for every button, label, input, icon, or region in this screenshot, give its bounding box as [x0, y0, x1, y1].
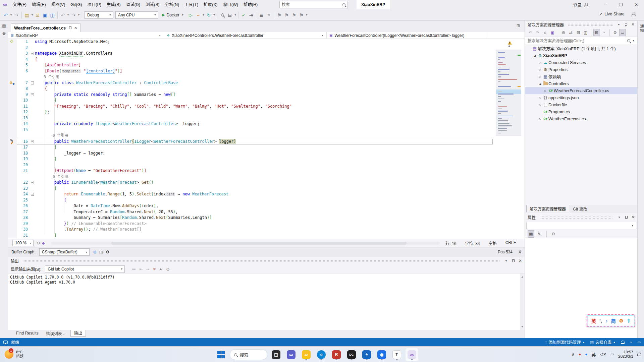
start-debugging-button[interactable]: ▶Docker▼ — [160, 11, 186, 19]
close-pane-icon[interactable]: ✕ — [631, 22, 635, 27]
new-project-icon[interactable]: ▤ — [23, 11, 31, 19]
add-to-source-control-button[interactable]: ↑ 添加到源代码管理 ▲ — [545, 339, 585, 345]
code-line[interactable]: 9– private static readonly string[] Summ… — [8, 92, 493, 98]
categorized-view-icon[interactable]: ▦ — [528, 230, 534, 238]
tray-app-icon[interactable]: ● — [585, 352, 587, 357]
home-icon[interactable]: ⌂ — [542, 29, 548, 36]
code-line[interactable]: 5 [ApiController] — [8, 62, 493, 68]
log-level-icon[interactable]: ≔ — [132, 267, 136, 272]
app-bolt-icon[interactable]: ϟ — [360, 348, 373, 361]
tray-app-icon[interactable]: ● — [579, 352, 581, 357]
solution-search-box[interactable]: ▼ — [525, 37, 637, 45]
notifications-tab[interactable]: 通知 — [639, 24, 644, 33]
code-line[interactable]: 15 — [8, 127, 493, 133]
open-file-icon[interactable]: ⊡ — [34, 11, 41, 19]
menu-视图(V)[interactable]: 视图(V) — [49, 0, 68, 9]
pin-pane-icon[interactable] — [624, 23, 627, 26]
pending-changes-filter-icon[interactable]: ⊙ — [560, 29, 567, 36]
menu-文件(F)[interactable]: 文件(F) — [10, 0, 29, 9]
maximize-button[interactable]: ❏ — [613, 0, 629, 9]
network-icon[interactable]: ▭ — [610, 352, 614, 357]
solution-search-input[interactable] — [528, 39, 625, 43]
buffer-graph-close-icon[interactable]: X — [519, 250, 521, 254]
code-line[interactable]: 30 .ToArray(); // WeatherForecast[] — [8, 227, 493, 233]
find-in-files-icon[interactable] — [219, 11, 226, 19]
menu-扩展(X)[interactable]: 扩展(X) — [201, 0, 220, 9]
word-wrap-icon[interactable]: ↵ — [160, 267, 163, 272]
start-without-debugging-icon[interactable]: ▷ — [187, 11, 194, 19]
edge-icon[interactable]: e — [315, 348, 328, 361]
collapsed-icon[interactable]: ▷ — [538, 75, 542, 78]
collapse-icon[interactable]: – — [31, 52, 34, 55]
minimize-button[interactable]: ─ — [598, 0, 613, 9]
code-line[interactable]: 26 Date = DateTime.Now.AddDays(index), — [8, 203, 493, 209]
codelens-references[interactable]: 0 个引用 — [8, 133, 493, 139]
document-tab[interactable]: WeatherFore...ontroller.cs ✕ — [11, 23, 80, 32]
chevron-down-icon[interactable]: ▼ — [77, 11, 80, 19]
switch-views-icon[interactable]: ▣ — [549, 29, 556, 36]
wrench-icon[interactable]: ⚙ — [612, 29, 619, 36]
code-line[interactable]: 20 — [8, 162, 493, 168]
navigate-to-icon[interactable]: ⇥ — [247, 11, 255, 19]
chat-icon[interactable]: ▭ — [285, 348, 298, 361]
menu-分析(N)[interactable]: 分析(N) — [162, 0, 182, 9]
notifications-bell-icon[interactable] — [621, 341, 625, 344]
ime-item[interactable]: ’, — [599, 318, 602, 323]
sync-with-active-document-icon[interactable]: ⇄ — [568, 29, 574, 36]
timestamp-icon[interactable]: ⊙ — [166, 267, 170, 272]
next-message-icon[interactable]: ⇥ — [146, 267, 149, 272]
ime-item[interactable]: ⚙ — [619, 318, 624, 323]
expanded-icon[interactable]: ◢ — [532, 54, 537, 57]
tree-item-依赖项[interactable]: ▷▦依赖项 — [525, 73, 637, 80]
app-remote-icon[interactable]: R — [330, 348, 343, 361]
code-line[interactable]: 12 }; — [8, 109, 493, 115]
code-line[interactable]: 22– public IEnumerable<WeatherForecast> … — [8, 180, 493, 186]
collapse-icon[interactable]: – — [31, 181, 34, 184]
window-position-icon[interactable]: ▼ — [618, 216, 621, 219]
buffer-select[interactable]: CSharp (TextBuffer)▼ — [39, 248, 90, 256]
code-line[interactable]: 19 } — [8, 156, 493, 162]
show-desktop-button[interactable] — [643, 349, 644, 359]
collapse-all-icon[interactable]: ⊟ — [575, 29, 582, 36]
show-all-files-icon[interactable]: ⊞ — [593, 29, 600, 36]
lightning-icon[interactable]: ⌁ — [630, 340, 632, 344]
app-t-icon[interactable]: T — [390, 348, 403, 361]
bottom-tab-错误列表 ...[interactable]: 错误列表 ... — [43, 330, 70, 337]
tab-strip-options-icon[interactable]: ⊞ — [517, 23, 520, 28]
minimap-caret-icon[interactable]: ▲ — [508, 44, 511, 47]
line-outdent-icon[interactable]: ≡ — [265, 11, 272, 19]
code-line[interactable]: 10 { — [8, 98, 493, 104]
chevron-down-icon[interactable]: ▼ — [66, 11, 70, 19]
screen-share-icon[interactable]: ▭ — [638, 340, 641, 344]
platform-select[interactable]: Any CPU▼ — [115, 11, 158, 19]
code-line[interactable]: 25 { — [8, 197, 493, 203]
pane-grip[interactable] — [23, 260, 500, 262]
bottom-tab-输出[interactable]: 输出 — [70, 330, 86, 337]
preview-selected-icon[interactable]: ▭ — [619, 29, 626, 36]
code-line[interactable]: 27 TemperatureC = Random.Shared.Next(-20… — [8, 209, 493, 215]
close-pane-icon[interactable]: ✕ — [632, 215, 635, 220]
tree-item-Connected Services[interactable]: ▷☁Connected Services — [525, 59, 637, 66]
bookmark-prev-icon[interactable]: ⚑ — [283, 11, 290, 19]
property-pages-icon[interactable]: ⚙ — [550, 230, 557, 238]
horizontal-scrollbar[interactable] — [51, 242, 440, 245]
collapsed-icon[interactable]: ▷ — [543, 89, 548, 93]
app-maps-icon[interactable]: ◉ — [375, 348, 388, 361]
code-line[interactable]: 31 } — [8, 233, 493, 239]
live-share-button[interactable]: ↗ Live Share — [599, 11, 636, 16]
code-line[interactable]: 7– public class WeatherForecastControlle… — [8, 80, 493, 86]
quick-actions-icon[interactable] — [10, 140, 14, 144]
chevron-down-icon[interactable]: ▼ — [305, 11, 308, 19]
menu-Git(G)[interactable]: Git(G) — [68, 0, 85, 9]
ime-item[interactable]: 简 — [611, 317, 616, 324]
collapsed-icon[interactable]: ▷ — [538, 68, 542, 71]
feedback-icon[interactable] — [3, 341, 8, 344]
codelens-link[interactable]: 0 个引用 — [35, 133, 68, 138]
code-line[interactable]: 6 [Route(template: "[controller]")] — [8, 68, 493, 74]
minimap-scrollbar[interactable] — [496, 50, 521, 136]
code-line[interactable]: 16– public WeatherForecastController(ILo… — [8, 139, 493, 145]
code-line[interactable]: 18 _logger = logger; — [8, 150, 493, 157]
chevron-down-icon[interactable]: ▼ — [212, 11, 216, 19]
codelens-references[interactable]: 0 个引用 — [8, 174, 493, 180]
tree-item-Controllers[interactable]: ◢Controllers — [525, 80, 637, 87]
